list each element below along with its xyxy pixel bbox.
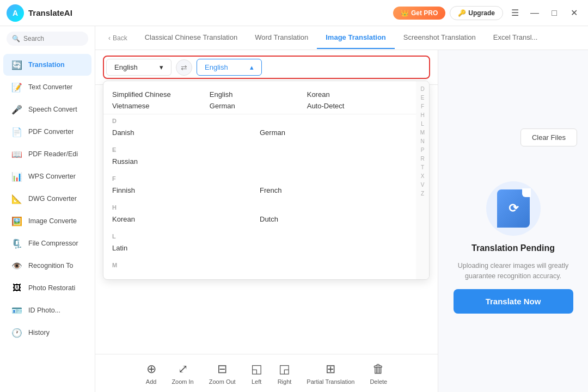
alphabet-V[interactable]: V bbox=[421, 181, 425, 189]
dropdown-lang-korean[interactable]: Korean bbox=[112, 213, 260, 225]
right-panel: Clear Files Translation Pending Uploadin… bbox=[438, 50, 588, 392]
alphabet-N[interactable]: N bbox=[420, 138, 424, 145]
tab-screenshot-translation[interactable]: Screenshot Translation bbox=[395, 27, 485, 49]
left-icon: ◱ bbox=[251, 362, 262, 376]
zoom-in-icon: ⤢ bbox=[178, 362, 188, 376]
clear-files-button[interactable]: Clear Files bbox=[520, 128, 577, 146]
delete-label: Delete bbox=[370, 378, 387, 385]
back-arrow-icon: ‹ bbox=[108, 34, 111, 42]
zoom-in-button[interactable]: ⤢ Zoom In bbox=[171, 362, 193, 385]
dropdown-lang-russian[interactable]: Russian bbox=[112, 155, 260, 168]
delete-button[interactable]: 🗑 Delete bbox=[370, 362, 387, 385]
dropdown-top-languages: Simplified ChineseEnglishKoreanVietnames… bbox=[103, 85, 416, 114]
pdf-converter-icon: 📄 bbox=[11, 126, 23, 138]
left-button[interactable]: ◱ Left bbox=[251, 362, 262, 385]
sidebar-item-translation[interactable]: 🔄 Translation bbox=[3, 54, 91, 76]
tab-image-translation[interactable]: Image Translation bbox=[317, 27, 395, 49]
dropdown-lang-french[interactable]: French bbox=[260, 184, 407, 197]
search-input[interactable] bbox=[23, 35, 83, 42]
dropdown-lang-danish[interactable]: Danish bbox=[112, 126, 260, 139]
alphabet-P[interactable]: P bbox=[421, 146, 425, 154]
sidebar-item-id-photo[interactable]: 🪪 ID Photo... bbox=[3, 299, 91, 321]
tab-classical-chinese[interactable]: Classical Chinese Translation bbox=[136, 27, 247, 49]
sidebar-item-text-converter[interactable]: 📝 Text Converter bbox=[3, 76, 91, 98]
dropdown-section-E: E bbox=[103, 143, 416, 154]
alphabet-M[interactable]: M bbox=[420, 129, 425, 137]
alphabet-T[interactable]: T bbox=[421, 164, 424, 171]
tab-bar: ‹ Back Classical Chinese TranslationWord… bbox=[95, 26, 588, 50]
dropdown-lang-latin[interactable]: Latin bbox=[112, 242, 260, 254]
partial-button[interactable]: ⊞ Partial Translation bbox=[307, 362, 354, 385]
dropdown-lang-finnish[interactable]: Finnish bbox=[112, 184, 260, 197]
dropdown-arrow-icon: ▾ bbox=[160, 63, 163, 71]
dropdown-top-lang-english[interactable]: English bbox=[210, 89, 307, 100]
alphabet-R[interactable]: R bbox=[420, 155, 424, 163]
alphabet-H[interactable]: H bbox=[420, 112, 424, 119]
sidebar-item-speech-convert[interactable]: 🎤 Speech Convert bbox=[3, 99, 91, 120]
upgrade-button[interactable]: 🔑 Upgrade bbox=[450, 6, 503, 20]
tab-back-button[interactable]: ‹ Back bbox=[104, 32, 132, 44]
get-pro-button[interactable]: 👑 Get PRO bbox=[393, 7, 445, 20]
tab-word-translation[interactable]: Word Translation bbox=[246, 27, 317, 49]
sidebar-item-file-compressor[interactable]: 🗜️ File Compressor bbox=[3, 232, 91, 254]
close-button[interactable]: ✕ bbox=[566, 5, 581, 21]
dropdown-section-D: D bbox=[103, 114, 416, 125]
sidebar-item-label: PDF Reader/Edi bbox=[28, 150, 78, 158]
right-button[interactable]: ◲ Right bbox=[278, 362, 292, 385]
sidebar-item-pdf-converter[interactable]: 📄 PDF Converter bbox=[3, 121, 91, 143]
sidebar-item-history[interactable]: 🕐 History bbox=[3, 322, 91, 344]
alphabet-F[interactable]: F bbox=[421, 103, 424, 111]
dropdown-top-lang-simplified-chinese[interactable]: Simplified Chinese bbox=[112, 89, 210, 100]
translate-now-button[interactable]: Translate Now bbox=[454, 289, 573, 314]
tab-excel-translation[interactable]: Excel Transl... bbox=[485, 27, 547, 49]
title-bar: A TranslateAI 👑 Get PRO 🔑 Upgrade ☰ — □ … bbox=[0, 0, 588, 26]
translation-area: English ▾ ⇄ English ▴ bbox=[95, 50, 588, 392]
dropdown-top-lang-korean[interactable]: Korean bbox=[307, 89, 405, 100]
alphabet-D[interactable]: D bbox=[420, 85, 424, 93]
target-language-button[interactable]: English ▴ bbox=[197, 59, 262, 76]
source-language-button[interactable]: English ▾ bbox=[106, 59, 171, 76]
alphabet-X[interactable]: X bbox=[421, 173, 425, 180]
sidebar-item-label: File Compressor bbox=[28, 240, 78, 247]
pending-icon-wrapper bbox=[486, 181, 541, 236]
text-converter-icon: 📝 bbox=[11, 81, 23, 93]
sidebar-item-dwg-converter[interactable]: 📐 DWG Converter bbox=[3, 188, 91, 210]
partial-label: Partial Translation bbox=[307, 378, 354, 385]
key-icon: 🔑 bbox=[458, 9, 466, 17]
alphabet-Z[interactable]: Z bbox=[421, 190, 424, 198]
dropdown-top-lang-german[interactable]: German bbox=[210, 100, 307, 112]
dropdown-alphabet-index: DEFHLMNPRTXVZ bbox=[416, 81, 429, 279]
minimize-button[interactable]: — bbox=[527, 5, 542, 21]
language-swap-button[interactable]: ⇄ bbox=[176, 59, 192, 76]
add-button[interactable]: ⊕ Add bbox=[146, 362, 157, 385]
file-compressor-icon: 🗜️ bbox=[11, 237, 23, 249]
dropdown-langs-M bbox=[103, 270, 416, 275]
zoom-out-icon: ⊟ bbox=[217, 362, 227, 376]
maximize-button[interactable]: □ bbox=[547, 5, 562, 21]
sidebar-item-wps-converter[interactable]: 📊 WPS Converter bbox=[3, 166, 91, 187]
sidebar-item-photo-restoration[interactable]: 🖼 Photo Restorati bbox=[3, 277, 91, 299]
alphabet-E[interactable]: E bbox=[421, 94, 425, 102]
zoom-out-button[interactable]: ⊟ Zoom Out bbox=[209, 362, 236, 385]
history-icon: 🕐 bbox=[11, 327, 23, 339]
dropdown-lang-dutch[interactable]: Dutch bbox=[260, 213, 407, 225]
sidebar-item-image-converter[interactable]: 🖼️ Image Converte bbox=[3, 210, 91, 232]
menu-icon[interactable]: ☰ bbox=[507, 5, 523, 21]
zoom-out-label: Zoom Out bbox=[209, 378, 236, 385]
swap-icon: ⇄ bbox=[181, 63, 187, 72]
dropdown-section-M: M bbox=[103, 259, 416, 270]
right-label: Right bbox=[278, 378, 292, 385]
dropdown-sections: DDanishGermanERussianFFinnishFrenchHKore… bbox=[103, 114, 416, 275]
search-box[interactable]: 🔍 bbox=[7, 32, 88, 46]
sidebar-item-recognition-to[interactable]: 👁️ Recognition To bbox=[3, 255, 91, 277]
dropdown-lang-german[interactable]: German bbox=[260, 126, 407, 139]
alphabet-L[interactable]: L bbox=[421, 120, 424, 128]
sidebar-item-label: WPS Converter bbox=[28, 173, 76, 180]
dwg-converter-icon: 📐 bbox=[11, 193, 23, 205]
dropdown-top-lang-auto-detect[interactable]: Auto-Detect bbox=[307, 100, 405, 112]
sidebar-item-label: Recognition To bbox=[28, 262, 73, 270]
sidebar-item-pdf-reader[interactable]: 📖 PDF Reader/Edi bbox=[3, 143, 91, 165]
delete-icon: 🗑 bbox=[372, 362, 384, 376]
bottom-toolbar: ⊕ Add ⤢ Zoom In ⊟ Zoom Out ◱ Left ◲ Righ… bbox=[95, 354, 438, 392]
dropdown-top-lang-vietnamese[interactable]: Vietnamese bbox=[112, 100, 210, 112]
